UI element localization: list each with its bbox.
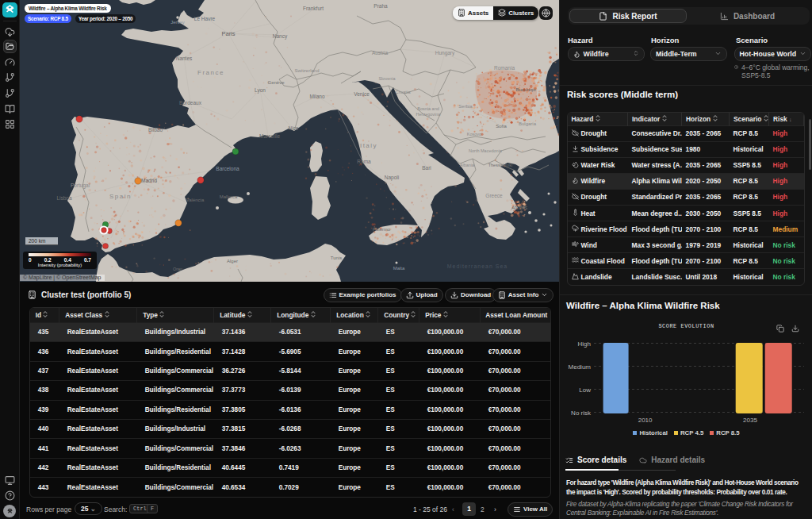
- svg-text:2010: 2010: [638, 417, 653, 424]
- svg-text:Roma: Roma: [357, 159, 371, 164]
- svg-text:Jersey: Jersey: [170, 20, 185, 25]
- svg-text:Mallorca: Mallorca: [220, 194, 238, 199]
- svg-text:València: València: [186, 198, 205, 202]
- svg-text:Venice: Venice: [354, 91, 370, 97]
- svg-text:Spain: Spain: [109, 193, 132, 200]
- svg-text:Bordeaux: Bordeaux: [179, 100, 202, 106]
- svg-text:Bari: Bari: [422, 165, 431, 171]
- svg-text:Medium: Medium: [569, 363, 592, 371]
- svg-text:Nice: Nice: [288, 125, 298, 131]
- svg-text:Italy: Italy: [360, 142, 377, 149]
- svg-text:Madrid: Madrid: [141, 178, 157, 183]
- svg-text:Albania: Albania: [460, 163, 475, 167]
- svg-text:Le Havre: Le Havre: [194, 16, 216, 21]
- svg-text:Milano: Milano: [309, 94, 325, 99]
- svg-text:Athens: Athens: [511, 205, 528, 210]
- svg-text:Bosnia and: Bosnia and: [417, 106, 439, 111]
- svg-text:Nantes: Nantes: [176, 56, 193, 61]
- svg-text:Lyon: Lyon: [255, 87, 266, 94]
- svg-text:Tunis: Tunis: [331, 256, 342, 260]
- svg-text:Portugal: Portugal: [71, 183, 90, 189]
- svg-text:No risk: No risk: [571, 409, 592, 417]
- svg-text:Slovenia: Slovenia: [378, 76, 396, 81]
- svg-text:Switzerland: Switzerland: [294, 68, 319, 73]
- svg-text:Lisboa: Lisboa: [56, 195, 72, 201]
- svg-text:France: France: [197, 69, 224, 76]
- svg-text:Palermo: Palermo: [373, 227, 391, 232]
- svg-text:2035: 2035: [743, 417, 757, 424]
- svg-text:Kosovo: Kosovo: [467, 132, 481, 136]
- svg-text:Thessaloniki: Thessaloniki: [488, 163, 513, 167]
- svg-text:North Macedonia: North Macedonia: [469, 148, 503, 153]
- svg-text:Malta: Malta: [393, 266, 405, 271]
- svg-text:Low: Low: [579, 386, 591, 394]
- svg-text:Frankfurt: Frankfurt: [303, 6, 324, 11]
- svg-text:Alger: Alger: [227, 259, 238, 263]
- svg-text:Serbia: Serbia: [458, 104, 473, 109]
- svg-text:Hungary: Hungary: [435, 50, 455, 56]
- svg-text:Marseille: Marseille: [259, 133, 280, 139]
- svg-text:Romania: Romania: [494, 65, 515, 71]
- svg-text:Bucureşti: Bucureşti: [515, 87, 535, 92]
- svg-text:Oran: Oran: [173, 267, 182, 271]
- svg-text:High: High: [578, 340, 591, 348]
- svg-text:Bulgaria: Bulgaria: [519, 121, 537, 126]
- svg-text:Paris: Paris: [221, 30, 235, 37]
- svg-text:Croatia: Croatia: [395, 90, 411, 94]
- svg-text:Napoli: Napoli: [385, 175, 399, 181]
- svg-text:Herzegovina: Herzegovina: [416, 112, 442, 117]
- svg-text:Mediterranean Sea: Mediterranean Sea: [447, 263, 508, 269]
- svg-text:Praha: Praha: [373, 3, 388, 9]
- svg-text:Genève: Genève: [267, 80, 285, 85]
- svg-text:Austria: Austria: [372, 50, 389, 56]
- svg-text:Sofia: Sofia: [496, 124, 507, 129]
- svg-text:Nancy: Nancy: [273, 33, 288, 40]
- svg-text:Bilbao: Bilbao: [148, 127, 163, 133]
- svg-text:Barcelona: Barcelona: [216, 166, 239, 171]
- svg-text:Greece: Greece: [485, 193, 503, 198]
